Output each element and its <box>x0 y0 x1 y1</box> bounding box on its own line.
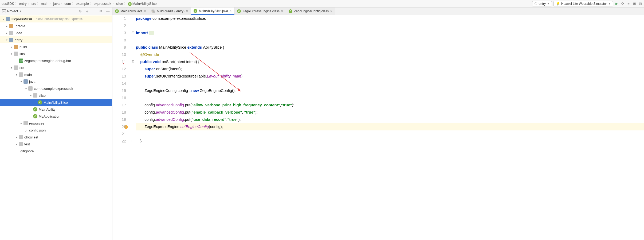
toolbar-actions: ▶ ⟳ ≡ ⊞ ⊡ <box>615 2 642 6</box>
gutter: 123891011●↑1213141516171819202122 <box>112 15 131 240</box>
tree-row[interactable]: ▾slice <box>0 92 112 99</box>
crumb[interactable]: entry <box>19 2 27 6</box>
tree-root[interactable]: ▾ExpressSDK~/DevEcoStudioProjects/Expres… <box>0 16 112 22</box>
crumb[interactable]: java <box>53 2 60 6</box>
tree-row[interactable]: ▸.gradle <box>0 22 112 29</box>
fold-toggle[interactable]: − <box>132 46 134 48</box>
folder-g-icon <box>28 86 33 91</box>
tree-row[interactable]: HARzegoexpressengine-debug.har <box>0 57 112 64</box>
tree-row[interactable]: {}config.json <box>0 127 112 134</box>
close-icon[interactable]: × <box>330 9 332 13</box>
tree-row[interactable]: ▸.idea <box>0 29 112 36</box>
crumb[interactable]: expresssdk <box>94 2 111 6</box>
crumb[interactable]: example <box>76 2 89 6</box>
folder-g-icon <box>14 52 18 56</box>
stop-icon[interactable]: ≡ <box>626 2 631 6</box>
code-line[interactable]: ZegoEngineConfig config =new ZegoEngineC… <box>136 87 644 94</box>
folder-g-icon <box>19 72 23 77</box>
project-view-selector[interactable]: ▭ Project ▼ <box>2 9 22 13</box>
code-line[interactable]: public class MainAbilitySlice extends Ab… <box>136 44 644 51</box>
override-marker-icon[interactable]: ●↑ <box>122 60 125 63</box>
close-icon[interactable]: × <box>230 9 231 13</box>
gear-icon[interactable]: ⚙ <box>99 9 103 13</box>
topbar-right: entry ▼ 💡 Huawei Lite Wearable Simulator… <box>532 1 642 6</box>
code-line[interactable]: } <box>136 138 644 145</box>
class-icon: C <box>38 100 42 104</box>
refresh-icon[interactable]: ⟳ <box>621 2 625 6</box>
code-line[interactable]: config.advancedConfig.put("allow_verbose… <box>136 102 644 109</box>
code-line[interactable]: super.setUIContent(ResourceTable.Layout_… <box>136 73 644 80</box>
code-line[interactable] <box>136 94 644 102</box>
editor-tab[interactable]: CZegoEngineConfig.class× <box>286 7 335 15</box>
fold-toggle[interactable]: − <box>132 60 134 63</box>
tree-row[interactable]: ▾libs <box>0 50 112 57</box>
crumb[interactable]: main <box>41 2 48 6</box>
settings-icon[interactable]: ⊞ <box>632 2 637 6</box>
class-icon: C <box>237 9 241 13</box>
collapse-icon[interactable]: ≑ <box>85 9 89 13</box>
fold-toggle[interactable]: − <box>132 140 134 142</box>
tree-row[interactable]: ▾com.example.expresssdk <box>0 85 112 92</box>
tree-row[interactable]: ▾entry <box>0 36 112 43</box>
code-line[interactable]: package com.example.expresssdk.slice; <box>136 15 644 22</box>
crumb[interactable]: essSDK <box>2 2 14 6</box>
folder-s-icon <box>23 79 28 84</box>
har-icon: HAR <box>19 59 23 63</box>
code-content[interactable]: package com.example.expresssdk.slice;imp… <box>135 15 644 240</box>
fold-toggle[interactable]: + <box>132 32 134 34</box>
module-dropdown[interactable]: entry ▼ <box>532 1 552 6</box>
code-line[interactable] <box>136 130 644 138</box>
code-line[interactable]: config.advancedConfig.put("enable_callba… <box>136 109 644 116</box>
folder-icon <box>9 24 13 28</box>
tree-row[interactable]: ▸test <box>0 141 112 148</box>
breadcrumb[interactable]: essSDK〉entry〉src〉main〉java〉com〉example〉e… <box>2 2 157 6</box>
class-icon: C <box>289 9 292 13</box>
code-area[interactable]: 123891011●↑1213141516171819202122 +−−− p… <box>112 15 644 240</box>
tree-row[interactable]: CMainAbilitySlice <box>0 99 112 106</box>
project-tree[interactable]: ▾ExpressSDK~/DevEcoStudioProjects/Expres… <box>0 15 112 240</box>
tree-row[interactable]: CMyApplication <box>0 113 112 120</box>
code-line[interactable]: @Override <box>136 51 644 58</box>
editor-tab[interactable]: CZegoExpressEngine.class× <box>234 7 286 15</box>
run-icon[interactable]: ▶ <box>615 2 619 6</box>
close-icon[interactable]: × <box>186 9 188 13</box>
code-line[interactable]: config.advancedConfig.put("use_data_reco… <box>136 116 644 123</box>
crumb[interactable]: slice <box>116 2 123 6</box>
tree-row[interactable]: ▸ohosTest <box>0 134 112 141</box>
editor-tab[interactable]: 🐘build.gradle (:entry)× <box>149 7 191 15</box>
editor: CMainAbility.java×🐘build.gradle (:entry)… <box>112 7 644 240</box>
class-icon: C <box>33 107 37 111</box>
tree-row[interactable]: ▸build <box>0 43 112 50</box>
json-icon: {} <box>23 128 28 132</box>
code-line[interactable] <box>136 37 644 44</box>
editor-tab[interactable]: CMainAbility.java× <box>112 7 149 15</box>
close-icon[interactable]: × <box>144 9 146 13</box>
crumb[interactable]: src <box>32 2 36 6</box>
more-icon[interactable]: ⊡ <box>638 2 642 6</box>
editor-tabs: CMainAbility.java×🐘build.gradle (:entry)… <box>112 7 644 15</box>
code-line[interactable]: import ... <box>136 29 644 37</box>
sidebar: ▭ Project ▼ ⊕ ≑ | ⚙ — ▾ExpressSDK~/DevEc… <box>0 7 112 240</box>
code-line[interactable] <box>136 80 644 87</box>
class-icon: C <box>115 9 119 13</box>
tree-row[interactable]: ▾main <box>0 71 112 78</box>
tree-row[interactable]: ▾java <box>0 78 112 85</box>
crumb[interactable]: CMainAbilitySlice <box>128 2 157 6</box>
crumb[interactable]: com <box>64 2 71 6</box>
hide-icon[interactable]: — <box>106 9 110 13</box>
close-icon[interactable]: × <box>281 9 283 13</box>
target-dropdown[interactable]: 💡 Huawei Lite Wearable Simulator ▼ <box>553 1 613 6</box>
editor-tab[interactable]: CMainAbilitySlice.java× <box>191 7 234 15</box>
tree-row[interactable]: .gitignore <box>0 148 112 154</box>
main: ▭ Project ▼ ⊕ ≑ | ⚙ — ▾ExpressSDK~/DevEc… <box>0 7 644 240</box>
locate-icon[interactable]: ⊕ <box>78 9 82 13</box>
fold-column[interactable]: +−−− <box>131 15 135 240</box>
tree-row[interactable]: ▾src <box>0 64 112 71</box>
tree-row[interactable]: CMainAbility <box>0 106 112 113</box>
code-line[interactable]: super.onStart(intent); <box>136 65 644 73</box>
code-line[interactable]: public void onStart(Intent intent) { <box>136 58 644 65</box>
code-line[interactable]: ZegoExpressEngine.setEngineConfig(config… <box>136 123 644 130</box>
tree-row[interactable]: ▸resources <box>0 120 112 127</box>
topbar: essSDK〉entry〉src〉main〉java〉com〉example〉e… <box>0 0 644 7</box>
code-line[interactable] <box>136 22 644 29</box>
